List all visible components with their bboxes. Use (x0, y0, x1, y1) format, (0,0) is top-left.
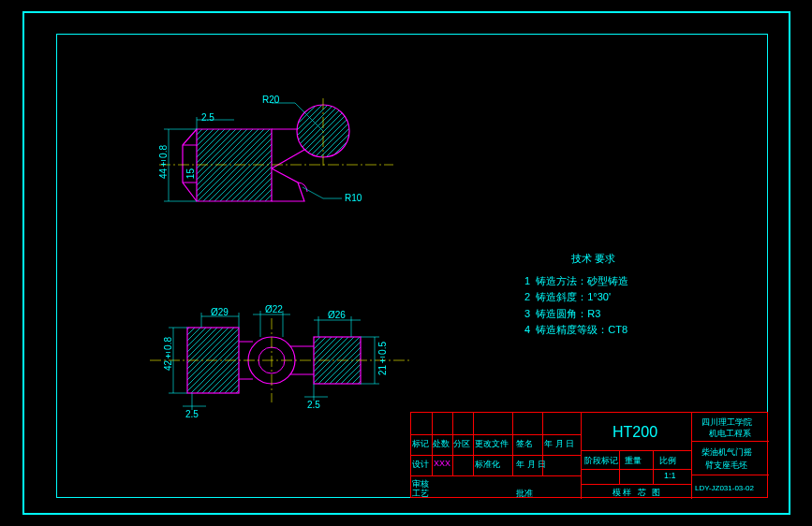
dim-44: 44±0.8 (158, 145, 169, 179)
tb-part2: 臂支座毛坯 (705, 460, 747, 472)
dim-r20: R20 (262, 95, 279, 105)
dim-42: 42±0.8 (163, 337, 173, 371)
tb-qianming: 签名 (516, 438, 533, 450)
tech-item-3: 3 铸造圆角：R3 (524, 306, 628, 323)
tech-item-2: 2 铸造斜度：1°30' (524, 289, 628, 306)
dim-2p5-top: 2.5 (201, 112, 214, 123)
tech-item-1: 1 铸造方法：砂型铸造 (524, 273, 628, 290)
tb-fenqu: 分区 (453, 438, 470, 450)
dim-d26: Ø26 (328, 310, 346, 320)
dim-d29: Ø29 (211, 307, 229, 317)
tb-muyang: 模样 芯 图 (613, 487, 662, 499)
tb-biaoji: 标记 (412, 438, 429, 450)
tb-chushu: 处数 (433, 438, 450, 450)
tb-nyr: 年 月 日 (544, 438, 574, 450)
tb-jdbj: 阶段标记 (584, 455, 618, 467)
top-view (159, 94, 403, 234)
tb-pizhun: 批准 (516, 488, 533, 500)
tb-zl: 重量 (625, 455, 642, 467)
svg-line-10 (303, 187, 323, 198)
tech-item-4: 4 铸造精度等级：CT8 (524, 322, 628, 339)
tb-school2: 机电工程系 (709, 428, 751, 440)
tb-designer: XXX (434, 459, 450, 468)
tech-requirements: 技术 要求 1 铸造方法：砂型铸造 2 铸造斜度：1°30' 3 铸造圆角：R3… (524, 251, 628, 339)
dim-15: 15 (185, 168, 196, 179)
tb-gengai: 更改文件 (475, 438, 509, 450)
tb-sheji: 设计 (412, 459, 429, 471)
title-block: 标记 处数 分区 更改文件 签名 年 月 日 设计 XXX 标准化 年 月 日 … (410, 412, 768, 498)
tb-scale: 1:1 (664, 471, 676, 480)
dim-2p5-bl: 2.5 (185, 409, 199, 419)
dim-2p5-br: 2.5 (307, 400, 320, 410)
tb-dwgno: LDY-JZ031-03-02 (695, 484, 754, 492)
tb-nyr2: 年 月 日 (516, 459, 546, 471)
dim-r10: R10 (345, 193, 362, 203)
tb-bzh: 标准化 (475, 459, 500, 471)
tb-bili: 比例 (659, 455, 676, 467)
tech-heading: 技术 要求 (571, 251, 628, 268)
cad-canvas: R20 R10 2.5 44±0.8 15 (0, 0, 812, 526)
tb-part1: 柴油机气门摇 (701, 446, 752, 459)
dim-21: 21±0.5 (377, 342, 388, 375)
dim-d22: Ø22 (265, 304, 283, 314)
tb-material: HT200 (613, 424, 657, 441)
tb-gongyi: 工艺 (412, 488, 429, 500)
